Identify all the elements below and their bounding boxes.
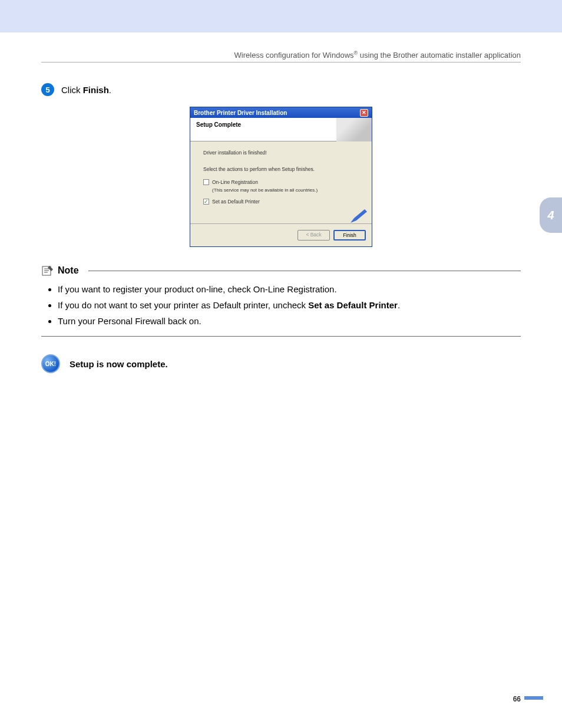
note-item-bold: Set as Default Printer — [308, 300, 398, 310]
note-item-prefix: If you do not want to set your printer a… — [58, 300, 308, 310]
note-item: Turn your Personal Firewall back on. — [58, 313, 521, 329]
top-banner — [0, 0, 562, 32]
complete-text: Setup is now complete. — [70, 359, 168, 369]
screenshot-wrap: Brother Printer Driver Installation ✕ Se… — [41, 107, 521, 247]
chapter-tab: 4 — [540, 197, 562, 233]
close-icon[interactable]: ✕ — [360, 109, 368, 117]
arrow-icon — [347, 207, 367, 226]
complete-row: OK! Setup is now complete. — [41, 354, 521, 373]
header-suffix: using the Brother automatic installer ap… — [358, 51, 521, 60]
checkbox-row-registration: On-Line Registration — [203, 179, 359, 185]
checkbox-default-printer[interactable] — [203, 199, 209, 205]
note-title: Note — [58, 265, 79, 276]
checkbox-registration-label: On-Line Registration — [212, 179, 258, 185]
note-rule-bottom — [41, 336, 521, 337]
dialog-line2: Select the actions to perform when Setup… — [203, 166, 359, 172]
finish-button[interactable]: Finish — [333, 230, 366, 241]
checkbox-row-default-printer: Set as Default Printer — [203, 199, 359, 205]
dialog-line1: Driver installation is finished! — [203, 150, 359, 156]
dialog-footer: < Back Finish — [190, 224, 372, 246]
dialog-header-image — [336, 118, 372, 141]
note-header: Note — [41, 265, 521, 276]
dialog-title: Brother Printer Driver Installation — [194, 110, 287, 116]
step-text-suffix: . — [109, 85, 111, 95]
step-text-bold: Finish — [83, 85, 109, 95]
checkbox-default-printer-label: Set as Default Printer — [212, 199, 260, 205]
page-number: 66 — [513, 695, 521, 703]
installer-dialog: Brother Printer Driver Installation ✕ Se… — [190, 107, 372, 247]
checkbox-registration[interactable] — [203, 179, 209, 185]
dialog-heading: Setup Complete — [196, 121, 241, 128]
note-icon — [41, 265, 54, 276]
back-button: < Back — [297, 230, 330, 241]
step-text-prefix: Click — [61, 85, 83, 95]
dialog-header: Setup Complete — [190, 118, 372, 141]
ok-badge-icon: OK! — [41, 354, 60, 373]
header-prefix: Wireless configuration for Windows — [234, 51, 354, 60]
note-item: If you do not want to set your printer a… — [58, 297, 521, 313]
step-number-badge: 5 — [41, 83, 54, 96]
step-row: 5 Click Finish. — [41, 83, 521, 96]
page-header: Wireless configuration for Windows® usin… — [41, 50, 521, 62]
dialog-titlebar: Brother Printer Driver Installation ✕ — [190, 107, 372, 118]
note-block: Note If you want to register your produc… — [41, 265, 521, 337]
note-item-suffix: . — [398, 300, 400, 310]
page-accent — [524, 696, 543, 700]
note-list: If you want to register your product on-… — [58, 281, 521, 329]
checkbox-registration-sub: (This service may not be available in al… — [212, 187, 359, 193]
step-text: Click Finish. — [61, 85, 111, 95]
dialog-body: Driver installation is finished! Select … — [190, 141, 372, 224]
note-rule-top — [88, 271, 521, 271]
note-item: If you want to register your product on-… — [58, 281, 521, 297]
